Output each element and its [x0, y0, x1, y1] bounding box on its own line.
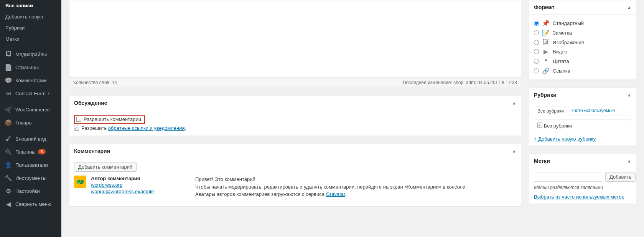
sidebar-item-users[interactable]: 👤Пользователи — [0, 158, 61, 171]
sidebar-item-all-posts[interactable]: Все записи — [0, 0, 61, 11]
sidebar-label: Все записи — [5, 3, 33, 8]
tag-input[interactable] — [534, 172, 602, 182]
sidebar-label: Метки — [5, 36, 20, 42]
aside-icon: 📝 — [542, 29, 550, 36]
sidebar-item-collapse[interactable]: ◀Свернуть меню — [0, 197, 61, 210]
tags-metabox: Метки ▲ Добавить Метки разделяются запят… — [529, 154, 636, 204]
sidebar-item-settings[interactable]: ⚙Настройки — [0, 184, 61, 197]
sidebar-label: Внешний вид — [15, 136, 46, 142]
users-icon: 👤 — [5, 161, 12, 169]
format-image[interactable]: 🖼Изображение — [534, 38, 631, 47]
sidebar-item-tools[interactable]: 🔧Инструменты — [0, 171, 61, 184]
tab-frequent-categories[interactable]: Часто используемые — [567, 106, 618, 116]
toggle-icon[interactable]: ▲ — [627, 159, 631, 163]
sidebar-item-woocommerce[interactable]: 🛒WooCommerce — [0, 103, 61, 116]
add-tag-button[interactable]: Добавить — [605, 172, 636, 182]
products-icon: 📦 — [5, 119, 12, 126]
discussion-metabox: Обсуждение ▲ Разрешить комментарии. Разр… — [69, 96, 521, 136]
toggle-icon[interactable]: ▲ — [627, 93, 631, 97]
format-radio[interactable] — [534, 40, 539, 45]
sidebar-label: Товары — [15, 120, 33, 126]
sidebar-label: Комментарии — [15, 78, 47, 83]
editor-body[interactable] — [69, 0, 521, 77]
category-checklist: Без рубрики — [534, 119, 631, 132]
sidebar-item-categories[interactable]: Рубрики — [0, 22, 61, 33]
allow-comments-label: Разрешить комментарии. — [84, 116, 143, 122]
comment-author-email[interactable]: wapuu@wordpress.example — [91, 189, 191, 194]
comments-metabox: Комментарии ▲ Добавить комментарий 🐲 Авт… — [69, 144, 521, 206]
format-video[interactable]: ▶Видео — [534, 47, 631, 56]
allow-pingbacks-checkbox[interactable] — [74, 126, 79, 131]
sidebar-label: Пользователи — [15, 162, 48, 168]
allow-pingbacks-label: Разрешить обратные ссылки и уведомления. — [81, 125, 186, 131]
pingbacks-link[interactable]: обратные ссылки и уведомления — [108, 125, 185, 131]
toggle-icon[interactable]: ▲ — [627, 5, 631, 10]
sidebar-label: Настройки — [15, 188, 40, 194]
format-radio[interactable] — [534, 59, 539, 64]
comment-row: 🐲 Автор комментария wordpress.org wapuu@… — [74, 172, 516, 202]
collapse-icon: ◀ — [5, 200, 12, 208]
add-comment-button[interactable]: Добавить комментарий — [74, 162, 137, 172]
discussion-title: Обсуждение — [74, 100, 107, 106]
media-icon: 🖼 — [5, 50, 12, 58]
sidebar-item-pages[interactable]: 📄Страницы — [0, 61, 61, 74]
category-item[interactable]: Без рубрики — [537, 123, 572, 129]
appearance-icon: 🖌 — [5, 135, 12, 143]
format-standard[interactable]: 📌Стандартный — [534, 18, 631, 28]
allow-comments-highlight: Разрешить комментарии. — [74, 115, 145, 124]
sidebar-item-cf7[interactable]: ✉Contact Form 7 — [0, 87, 61, 100]
format-link[interactable]: 🔗Ссылка — [534, 66, 631, 76]
sidebar-label: Свернуть меню — [15, 201, 51, 207]
admin-sidebar: Все записи Добавить новую Рубрики Метки … — [0, 0, 61, 237]
quote-icon: ❝ — [542, 58, 550, 65]
toggle-icon[interactable]: ▲ — [512, 101, 516, 105]
allow-comments-checkbox[interactable] — [76, 117, 81, 122]
tools-icon: 🔧 — [5, 174, 12, 182]
tags-howto: Метки разделяются запятыми — [534, 185, 631, 190]
choose-tags-link[interactable]: Выбрать из часто используемых меток — [534, 194, 624, 200]
settings-icon: ⚙ — [5, 187, 12, 195]
format-metabox: Формат ▲ 📌Стандартный 📝Заметка 🖼Изображе… — [529, 0, 636, 80]
categories-metabox: Рубрики ▲ Все рубрики Часто используемые… — [529, 88, 636, 146]
comment-author: Автор комментария — [91, 176, 191, 181]
format-aside[interactable]: 📝Заметка — [534, 28, 631, 38]
link-icon: 🔗 — [542, 67, 550, 75]
sidebar-item-products[interactable]: 📦Товары — [0, 116, 61, 129]
sidebar-item-tags[interactable]: Метки — [0, 33, 61, 45]
format-radio[interactable] — [534, 30, 539, 35]
comment-content: Привет! Это комментарий. Чтобы начать мо… — [195, 176, 516, 198]
sidebar-item-comments[interactable]: 💬Комментарии — [0, 74, 61, 87]
sidebar-item-media[interactable]: 🖼Медиафайлы — [0, 48, 61, 61]
image-icon: 🖼 — [542, 39, 550, 46]
cf7-icon: ✉ — [5, 89, 12, 97]
tab-all-categories[interactable]: Все рубрики — [534, 106, 567, 116]
sidebar-item-add-post[interactable]: Добавить новую — [0, 11, 61, 22]
woo-icon: 🛒 — [5, 106, 12, 113]
tags-title: Метки — [534, 158, 550, 164]
main-content: Количество слов: 14 Последнее изменение:… — [61, 0, 644, 237]
toggle-icon[interactable]: ▲ — [512, 149, 516, 153]
editor-box: Количество слов: 14 Последнее изменение:… — [69, 0, 521, 88]
sidebar-label: Плагины — [15, 149, 36, 155]
plugins-badge: 6 — [38, 149, 46, 154]
pin-icon: 📌 — [542, 20, 550, 27]
format-radio[interactable] — [534, 49, 539, 54]
sidebar-item-plugins[interactable]: 🔌Плагины6 — [0, 145, 61, 158]
pages-icon: 📄 — [5, 63, 12, 71]
gravatar-link[interactable]: Gravatar — [326, 191, 345, 197]
plugins-icon: 🔌 — [5, 148, 12, 156]
format-quote[interactable]: ❝Цитата — [534, 56, 631, 66]
category-checkbox[interactable] — [537, 123, 542, 128]
comment-author-site[interactable]: wordpress.org — [91, 182, 191, 188]
sidebar-label: WooCommerce — [15, 107, 50, 113]
wordcount: Количество слов: 14 — [73, 80, 117, 85]
avatar: 🐲 — [74, 176, 86, 188]
sidebar-label: Добавить новую — [5, 14, 43, 20]
sidebar-label: Инструменты — [15, 175, 46, 181]
sidebar-label: Contact Form 7 — [15, 91, 50, 96]
sidebar-item-appearance[interactable]: 🖌Внешний вид — [0, 132, 61, 145]
add-category-link[interactable]: + Добавить новую рубрику — [534, 136, 596, 142]
format-radio[interactable] — [534, 21, 539, 26]
sidebar-label: Рубрики — [5, 25, 25, 31]
format-radio[interactable] — [534, 68, 539, 73]
